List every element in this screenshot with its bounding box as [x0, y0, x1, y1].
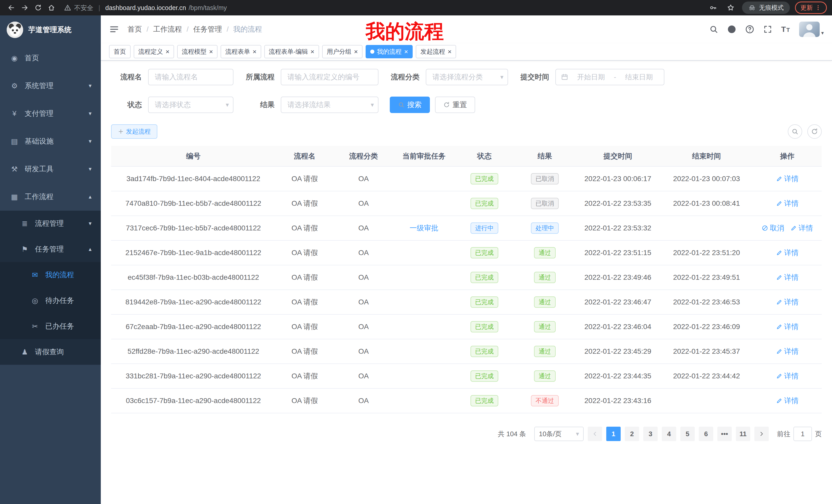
detail-link[interactable]: 详情 — [776, 248, 799, 258]
page-button-3[interactable]: 3 — [643, 427, 658, 441]
breadcrumb-item[interactable]: 我的流程 — [233, 24, 262, 34]
user-menu[interactable]: ▾ — [799, 22, 824, 37]
sidebar-item-系统管理[interactable]: ⚙系统管理▾ — [0, 72, 101, 100]
tab-close-icon[interactable]: × — [209, 48, 213, 55]
sidebar-item-工作流程[interactable]: ▦工作流程▴ — [0, 183, 101, 211]
breadcrumb-item[interactable]: 首页 — [128, 24, 142, 34]
detail-link[interactable]: 详情 — [776, 396, 799, 405]
tab-close-icon[interactable]: × — [253, 48, 256, 55]
tab-流程定义[interactable]: 流程定义× — [134, 45, 174, 58]
status-select[interactable]: 请选择状态 ▾ — [148, 96, 233, 113]
sidebar-item-研发工具[interactable]: ⚒研发工具▾ — [0, 155, 101, 183]
date-range-picker[interactable]: 开始日期 - 结束日期 — [555, 69, 665, 85]
tab-close-icon[interactable]: × — [404, 48, 408, 55]
tab-用户分组[interactable]: 用户分组× — [322, 45, 363, 58]
forward-icon[interactable] — [19, 2, 31, 14]
cell-status: 已完成 — [454, 265, 514, 290]
fullscreen-icon[interactable] — [763, 25, 772, 34]
sidebar-item-支付管理[interactable]: ¥支付管理▾ — [0, 100, 101, 128]
toggle-search-button[interactable] — [788, 124, 802, 139]
update-label[interactable]: 更新 — [800, 4, 813, 12]
font-size-icon[interactable]: TT — [781, 25, 790, 34]
search-icon[interactable] — [709, 25, 718, 34]
sidebar-item-待办任务[interactable]: ◎待办任务 — [0, 288, 101, 313]
goto-page-input[interactable] — [794, 427, 812, 441]
detail-link[interactable]: 详情 — [776, 174, 799, 184]
sidebar-item-我的流程[interactable]: ✉我的流程 — [0, 262, 101, 288]
sidebar-item-任务管理[interactable]: ⚑任务管理▴ — [0, 236, 101, 262]
page-button-5[interactable]: 5 — [680, 427, 695, 441]
refresh-table-button[interactable] — [807, 124, 822, 139]
cell-id: 7317cec6-7b9b-11ec-b5b7-acde48001122 — [111, 216, 276, 241]
tab-发起流程[interactable]: 发起流程× — [416, 45, 456, 58]
search-button[interactable]: 搜索 — [390, 96, 430, 113]
menu-dots-icon[interactable] — [815, 4, 822, 11]
action-label: 详情 — [784, 371, 799, 381]
detail-link[interactable]: 详情 — [776, 346, 799, 356]
result-select[interactable]: 请选择流结果 ▾ — [281, 96, 379, 113]
cancel-link[interactable]: 取消 — [761, 223, 784, 233]
page-size-select[interactable]: 10条/页▾ — [534, 427, 583, 441]
category-select[interactable]: 请选择流程分类 ▾ — [426, 69, 508, 85]
update-chip[interactable]: 更新 — [795, 2, 827, 14]
password-key-icon[interactable] — [707, 2, 719, 14]
submenu: ≣流程管理▾⚑任务管理▴✉我的流程◎待办任务✂已办任务♟请假查询 — [0, 211, 101, 365]
create-process-button[interactable]: 发起流程 — [111, 124, 157, 139]
detail-link[interactable]: 详情 — [776, 273, 799, 282]
logo-row[interactable]: 芋道管理系统 — [0, 16, 101, 44]
user-avatar[interactable] — [799, 22, 820, 37]
page-button-4[interactable]: 4 — [662, 427, 676, 441]
page-button-11[interactable]: 11 — [736, 427, 750, 441]
sidebar-item-请假查询[interactable]: ♟请假查询 — [0, 339, 101, 365]
breadcrumb-item[interactable]: 工作流程 — [153, 24, 182, 34]
tab-close-icon[interactable]: × — [354, 48, 358, 55]
sidebar-item-基础设施[interactable]: ▤基础设施▾ — [0, 128, 101, 155]
tab-close-icon[interactable]: × — [165, 48, 170, 55]
current-task-link[interactable]: 一级审批 — [410, 224, 438, 232]
page-button-1[interactable]: 1 — [606, 427, 621, 441]
tab-close-icon[interactable]: × — [311, 48, 314, 55]
url-host[interactable]: dashboard.yudao.iocoder.cn — [105, 4, 186, 11]
tab-我的流程[interactable]: 我的流程× — [366, 45, 413, 58]
cell-category: OA — [334, 216, 393, 241]
plus-icon — [118, 129, 124, 135]
tab-流程模型[interactable]: 流程模型× — [177, 45, 217, 58]
security-label[interactable]: 不安全 — [74, 4, 93, 12]
process-name-label: 流程名 — [111, 72, 148, 82]
tab-首页[interactable]: 首页 — [109, 45, 131, 58]
process-name-input[interactable] — [148, 69, 233, 85]
url-path[interactable]: /bpm/task/my — [189, 4, 227, 11]
address-bar[interactable]: 不安全 | dashboard.yudao.iocoder.cn/bpm/tas… — [59, 4, 706, 12]
detail-link[interactable]: 详情 — [790, 223, 813, 233]
bookmark-star-icon[interactable] — [725, 2, 737, 14]
github-icon[interactable] — [727, 25, 736, 34]
reset-button[interactable]: 重置 — [435, 96, 475, 113]
breadcrumb-item[interactable]: 任务管理 — [193, 24, 222, 34]
start-date-placeholder[interactable]: 开始日期 — [571, 73, 611, 82]
chevron-down-icon: ▾ — [821, 30, 824, 37]
sidebar-item-已办任务[interactable]: ✂已办任务 — [0, 313, 101, 339]
detail-link[interactable]: 详情 — [776, 322, 799, 332]
next-page-button[interactable] — [754, 427, 769, 441]
sidebar-item-首页[interactable]: ◉首页 — [0, 44, 101, 72]
detail-link[interactable]: 详情 — [776, 199, 799, 208]
page-button-2[interactable]: 2 — [625, 427, 639, 441]
back-icon[interactable] — [5, 2, 18, 14]
hamburger-icon[interactable] — [109, 24, 119, 34]
status-badge: 已完成 — [470, 346, 498, 357]
tab-close-icon[interactable]: × — [448, 48, 451, 55]
reload-icon[interactable] — [32, 2, 44, 14]
home-icon[interactable] — [45, 2, 58, 14]
end-date-placeholder[interactable]: 结束日期 — [619, 73, 659, 82]
help-icon[interactable] — [745, 25, 754, 34]
cell-current-task — [393, 191, 454, 216]
page-button-•••[interactable]: ••• — [717, 427, 732, 441]
tab-流程表单-编辑[interactable]: 流程表单-编辑× — [264, 45, 319, 58]
prev-page-button[interactable] — [588, 427, 602, 441]
detail-link[interactable]: 详情 — [776, 297, 799, 307]
sidebar-item-流程管理[interactable]: ≣流程管理▾ — [0, 211, 101, 236]
detail-link[interactable]: 详情 — [776, 371, 799, 381]
tab-流程表单[interactable]: 流程表单× — [220, 45, 261, 58]
owner-process-input[interactable] — [281, 69, 379, 85]
page-button-6[interactable]: 6 — [699, 427, 713, 441]
